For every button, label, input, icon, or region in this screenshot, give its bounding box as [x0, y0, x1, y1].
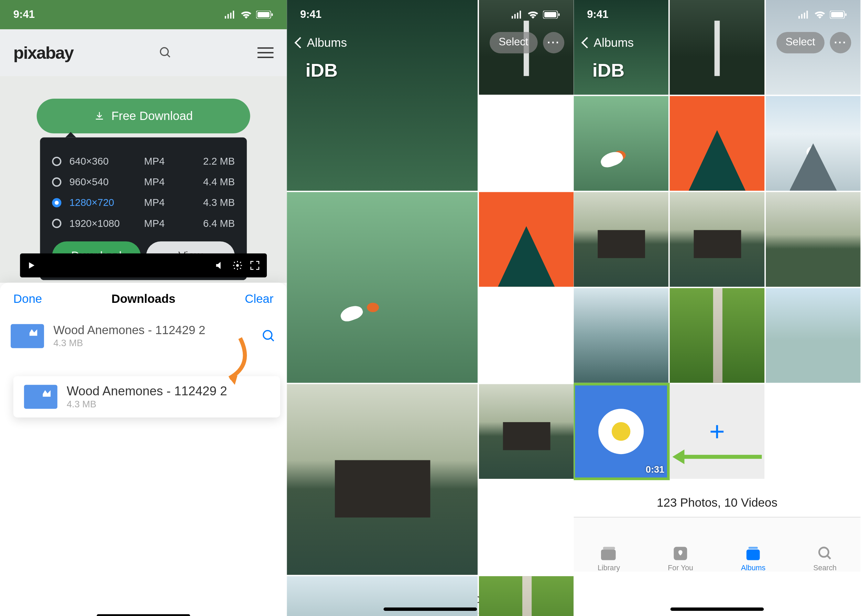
- svg-rect-17: [831, 12, 843, 17]
- status-icons: [224, 11, 274, 19]
- radio-icon: [52, 218, 61, 228]
- status-bar: 9:41: [287, 0, 573, 29]
- download-stage: Free Download 640×360MP42.2 MB 960×540MP…: [0, 76, 287, 283]
- svg-rect-20: [603, 547, 615, 550]
- photo-grid[interactable]: + Wood Anemones - 112429 24.3 MB +: [287, 0, 573, 575]
- svg-rect-23: [749, 547, 758, 549]
- photo-cell[interactable]: [573, 288, 668, 383]
- svg-rect-7: [544, 12, 556, 17]
- photo-cell[interactable]: [479, 576, 573, 616]
- new-video-cell[interactable]: 0:31: [573, 384, 668, 479]
- resolution-option[interactable]: 1920×1080MP46.4 MB: [52, 213, 235, 233]
- play-icon[interactable]: [27, 261, 36, 270]
- svg-point-24: [819, 548, 828, 557]
- svg-point-3: [160, 48, 168, 56]
- album-topbar: Albums Select ···: [287, 27, 573, 59]
- free-download-button[interactable]: Free Download: [37, 99, 250, 134]
- clear-button[interactable]: Clear: [245, 292, 273, 306]
- download-thumb: [24, 385, 57, 409]
- empty-cell: [766, 384, 860, 479]
- photo-cell[interactable]: [287, 384, 478, 575]
- photo-cell[interactable]: [670, 96, 764, 190]
- reveal-icon[interactable]: [261, 328, 276, 343]
- downloads-sheet: Done Downloads Clear Wood Anemones - 112…: [0, 283, 287, 616]
- tab-albums[interactable]: Albums: [741, 545, 765, 572]
- phone-photos-drag: 9:41 Albums Select ··· iDB +: [287, 0, 573, 616]
- more-button[interactable]: ···: [830, 32, 851, 53]
- home-indicator[interactable]: [384, 607, 477, 611]
- album-topbar: Albums Select ···: [573, 27, 860, 59]
- resolution-option[interactable]: 960×540MP44.4 MB: [52, 171, 235, 192]
- fullscreen-icon[interactable]: [250, 260, 260, 271]
- phone-photos-result: 9:41 Albums Select ··· iDB 0:31: [573, 0, 860, 616]
- photo-cell[interactable]: [573, 96, 668, 190]
- album-title: iDB: [306, 60, 338, 82]
- photo-cell[interactable]: [670, 288, 764, 383]
- settings-icon[interactable]: [232, 260, 243, 271]
- download-thumb: [11, 324, 44, 348]
- volume-icon[interactable]: [215, 260, 225, 271]
- plus-icon: +: [709, 416, 725, 446]
- status-bar: 9:41: [0, 0, 287, 29]
- photo-cell[interactable]: [766, 96, 860, 190]
- pixabay-logo[interactable]: pixabay: [13, 42, 73, 63]
- resolution-option[interactable]: 640×360MP42.2 MB: [52, 151, 235, 171]
- tab-for-you[interactable]: For You: [668, 545, 693, 572]
- resolution-option[interactable]: 1280×720MP44.3 MB: [52, 192, 235, 213]
- svg-rect-18: [845, 13, 847, 16]
- svg-rect-19: [601, 550, 615, 560]
- photo-cell[interactable]: [479, 384, 573, 479]
- photo-cell[interactable]: [479, 192, 573, 287]
- select-button[interactable]: Select: [489, 32, 538, 53]
- arrow-annotation: [200, 335, 253, 388]
- svg-rect-1: [258, 12, 269, 17]
- arrow-annotation: [682, 455, 762, 459]
- radio-icon: [52, 198, 61, 207]
- svg-point-4: [236, 264, 239, 267]
- chevron-left-icon: [581, 37, 593, 49]
- menu-icon[interactable]: [258, 47, 274, 58]
- tab-bar: Library For You Albums Search: [573, 517, 860, 572]
- album-summary: 123 Photos, 10 Videos: [573, 479, 860, 517]
- back-button[interactable]: Albums: [296, 36, 347, 50]
- chevron-left-icon: [295, 37, 306, 49]
- svg-rect-2: [272, 13, 273, 16]
- downloads-title: Downloads: [112, 292, 175, 306]
- radio-icon: [52, 156, 61, 166]
- pixabay-header: pixabay: [0, 29, 287, 76]
- radio-icon: [52, 177, 61, 186]
- video-duration: 0:31: [646, 464, 664, 475]
- photo-cell[interactable]: [766, 192, 860, 287]
- photo-cell[interactable]: [573, 192, 668, 287]
- phone-pixabay: 9:41 pixabay Free Download 640×360MP42.2…: [0, 0, 287, 616]
- photo-cell[interactable]: [670, 192, 764, 287]
- photo-cell[interactable]: [766, 288, 860, 383]
- home-indicator[interactable]: [671, 607, 764, 611]
- status-bar: 9:41: [573, 0, 860, 29]
- album-title: iDB: [592, 60, 625, 82]
- photo-cell[interactable]: [287, 192, 478, 383]
- svg-rect-8: [559, 13, 560, 16]
- search-icon[interactable]: [159, 46, 172, 60]
- select-button[interactable]: Select: [776, 32, 825, 53]
- home-indicator[interactable]: [97, 614, 190, 616]
- tab-library[interactable]: Library: [598, 545, 620, 572]
- back-button[interactable]: Albums: [583, 36, 634, 50]
- tab-search[interactable]: Search: [813, 545, 837, 572]
- done-button[interactable]: Done: [13, 292, 42, 306]
- add-cell[interactable]: +: [670, 384, 764, 479]
- video-controls[interactable]: [20, 253, 267, 277]
- svg-point-5: [263, 330, 272, 339]
- status-time: 9:41: [13, 9, 35, 20]
- svg-rect-22: [746, 550, 760, 560]
- more-button[interactable]: ···: [543, 32, 564, 53]
